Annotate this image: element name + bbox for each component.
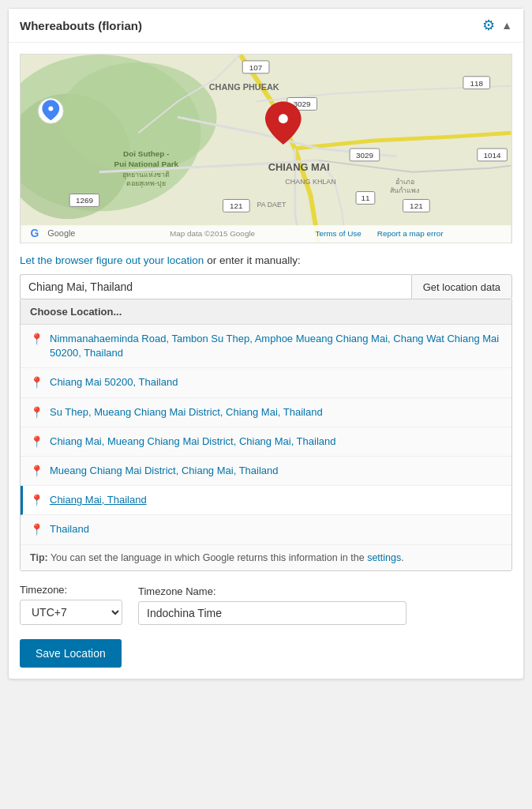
- svg-text:Doi Suthep -: Doi Suthep -: [123, 149, 169, 158]
- pin-icon: 📍: [30, 406, 43, 419]
- timezone-label: Timezone:: [20, 584, 122, 596]
- item-text: Nimmanahaeminda Road, Tambon Su Thep, Am…: [50, 332, 502, 360]
- widget-body: 107 3029 3029 118 1014 121 121: [9, 43, 523, 679]
- browser-location-link[interactable]: Let the browser figure out your location: [20, 254, 204, 266]
- location-input-row: Get location data: [20, 274, 512, 299]
- timezone-group: Timezone: UTC+7 UTC+0 UTC+1 UTC+2 UTC+3 …: [20, 584, 122, 625]
- svg-text:G: G: [31, 227, 39, 239]
- settings-link[interactable]: settings: [367, 552, 401, 563]
- svg-text:อำเภอ: อำเภอ: [395, 178, 414, 186]
- gear-icon[interactable]: ⚙: [482, 17, 495, 34]
- item-text: Chiang Mai, Thailand: [50, 493, 147, 507]
- pin-icon: 📍: [30, 494, 43, 506]
- svg-text:11: 11: [361, 194, 370, 202]
- tip-suffix: .: [401, 552, 403, 563]
- svg-text:Map data ©2015 Google: Map data ©2015 Google: [170, 229, 256, 238]
- svg-text:121: 121: [230, 201, 243, 210]
- tip-row: Tip: You can set the language in which G…: [21, 545, 511, 570]
- item-text: Thailand: [50, 522, 89, 536]
- svg-text:Pui National Park: Pui National Park: [114, 160, 179, 168]
- svg-text:Terms of Use: Terms of Use: [315, 229, 362, 238]
- svg-point-35: [48, 106, 53, 111]
- tip-bold: Tip:: [30, 552, 48, 563]
- pin-icon: 📍: [30, 523, 43, 536]
- dropdown-header: Choose Location...: [21, 299, 511, 325]
- save-location-button[interactable]: Save Location: [20, 639, 122, 668]
- svg-text:Google: Google: [47, 228, 75, 238]
- list-item[interactable]: 📍 Chiang Mai, Mueang Chiang Mai District…: [21, 427, 511, 457]
- location-input[interactable]: [20, 274, 411, 299]
- header-icons: ⚙ ▲: [482, 17, 512, 34]
- svg-text:CHANG PHUEAK: CHANG PHUEAK: [209, 82, 279, 92]
- svg-text:CHANG KHLAN: CHANG KHLAN: [285, 178, 335, 186]
- location-dropdown: Choose Location... 📍 Nimmanahaeminda Roa…: [20, 299, 512, 571]
- svg-text:สันกำแพง: สันกำแพง: [390, 186, 419, 194]
- timezone-name-group: Timezone Name:: [138, 585, 406, 625]
- svg-text:121: 121: [410, 201, 423, 210]
- svg-text:Report a map error: Report a map error: [377, 229, 444, 238]
- pin-icon: 📍: [30, 333, 43, 345]
- get-location-button[interactable]: Get location data: [411, 274, 512, 299]
- item-text: Su Thep, Mueang Chiang Mai District, Chi…: [50, 405, 323, 420]
- timezone-name-input[interactable]: [138, 601, 406, 625]
- tip-text: You can set the language in which Google…: [48, 552, 367, 563]
- location-prompt: Let the browser figure out your location…: [20, 254, 512, 266]
- list-item[interactable]: 📍 Mueang Chiang Mai District, Chiang Mai…: [21, 457, 511, 486]
- list-item[interactable]: 📍 Thailand: [21, 515, 511, 544]
- pin-icon: 📍: [30, 465, 43, 477]
- svg-text:1014: 1014: [484, 151, 502, 160]
- item-text: Chiang Mai, Mueang Chiang Mai District, …: [50, 435, 336, 449]
- pin-icon: 📍: [30, 376, 43, 389]
- svg-text:1269: 1269: [76, 196, 94, 205]
- item-text: Mueang Chiang Mai District, Chiang Mai, …: [50, 464, 279, 478]
- item-text: Chiang Mai 50200, Thailand: [50, 375, 178, 389]
- svg-text:118: 118: [470, 79, 483, 88]
- timezone-name-label: Timezone Name:: [138, 585, 406, 597]
- svg-text:อุทยานแห่งชาติ: อุทยานแห่งชาติ: [122, 171, 170, 179]
- svg-text:ดอยสุเทพ-ปุย: ดอยสุเทพ-ปุย: [126, 179, 166, 188]
- collapse-icon[interactable]: ▲: [501, 19, 512, 32]
- svg-text:3029: 3029: [356, 151, 374, 160]
- list-item[interactable]: 📍 Su Thep, Mueang Chiang Mai District, C…: [21, 398, 511, 427]
- timezone-section: Timezone: UTC+7 UTC+0 UTC+1 UTC+2 UTC+3 …: [20, 584, 512, 625]
- widget-title: Whereabouts (florian): [20, 19, 142, 32]
- list-item[interactable]: 📍 Nimmanahaeminda Road, Tambon Su Thep, …: [21, 325, 511, 368]
- list-item[interactable]: 📍 Chiang Mai 50200, Thailand: [21, 368, 511, 397]
- timezone-select[interactable]: UTC+7 UTC+0 UTC+1 UTC+2 UTC+3 UTC+4 UTC+…: [20, 600, 122, 625]
- map-container: 107 3029 3029 118 1014 121 121: [20, 54, 512, 243]
- svg-text:107: 107: [249, 63, 263, 72]
- list-item-selected[interactable]: 📍 Chiang Mai, Thailand: [21, 486, 511, 515]
- svg-point-33: [279, 114, 288, 123]
- svg-text:CHIANG MAI: CHIANG MAI: [268, 161, 330, 173]
- svg-text:PA DAET: PA DAET: [257, 201, 287, 209]
- widget-container: Whereabouts (florian) ⚙ ▲: [8, 8, 524, 679]
- widget-header: Whereabouts (florian) ⚙ ▲: [9, 9, 523, 43]
- pin-icon: 📍: [30, 435, 43, 448]
